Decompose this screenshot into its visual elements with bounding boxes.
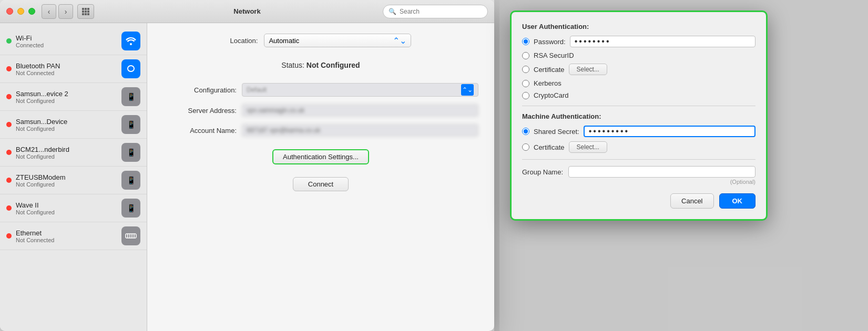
certificate-label: Certificate — [534, 66, 565, 74]
sidebar-item-bcm[interactable]: BCM21...nderbird Not Configured 📱 — [0, 139, 147, 167]
account-name-row: Account Name: — [163, 124, 478, 137]
password-radio-row: Password: — [522, 36, 755, 47]
auth-settings-button[interactable]: Authentication Settings... — [272, 149, 369, 164]
status-dot-wave — [6, 205, 12, 211]
location-row: Location: Automatic ⌃⌄ — [163, 34, 478, 47]
bluetooth-name: Bluetooth PAN — [16, 62, 121, 70]
certificate-select-button[interactable]: Select... — [569, 64, 607, 75]
title-bar: ‹ › Network 🔍 — [0, 0, 494, 23]
wifi-icon — [121, 32, 140, 50]
rsa-radio[interactable] — [522, 52, 529, 59]
svg-rect-4 — [85, 11, 87, 13]
machine-certificate-radio[interactable] — [522, 143, 529, 151]
traffic-lights — [6, 8, 35, 15]
wave-info: Wave II Not Configured — [16, 201, 121, 215]
status-dot-bcm — [6, 150, 12, 155]
svg-rect-7 — [85, 13, 87, 15]
shared-secret-label: Shared Secret: — [534, 128, 579, 136]
machine-certificate-select-button[interactable]: Select... — [569, 141, 607, 153]
rsa-radio-row: RSA SecurID — [522, 51, 755, 59]
server-address-input[interactable] — [242, 104, 478, 117]
divider2 — [522, 159, 755, 160]
content-area: Wi-Fi Connected Bluetooth PAN Not Connec… — [0, 23, 494, 331]
dialog-overlay: User Authentication: Password: RSA Secur… — [499, 0, 867, 331]
nav-buttons: ‹ › — [42, 4, 73, 19]
configuration-label: Configuration: — [163, 86, 237, 94]
certificate-radio[interactable] — [522, 66, 529, 73]
status-label: Status: — [281, 61, 304, 69]
ethernet-info: Ethernet Not Connected — [16, 229, 121, 243]
network-window: ‹ › Network 🔍 — [0, 0, 494, 331]
ok-button[interactable]: OK — [719, 193, 756, 209]
window-title: Network — [233, 7, 260, 15]
server-address-label: Server Address: — [163, 107, 237, 115]
account-name-input[interactable] — [242, 124, 478, 137]
sidebar-item-samsung1[interactable]: Samsun...evice 2 Not Configured 📱 — [0, 83, 147, 111]
zte-icon: 📱 — [121, 171, 140, 190]
kerberos-label: Kerberos — [534, 79, 561, 87]
back-button[interactable]: ‹ — [42, 4, 56, 19]
status-dot-ethernet — [6, 233, 12, 239]
samsung2-info: Samsun...Device Not Configured — [16, 118, 121, 132]
samsung2-icon: 📱 — [121, 115, 140, 134]
status-row: Status: Not Configured — [163, 61, 478, 69]
maximize-button[interactable] — [28, 8, 35, 15]
zte-info: ZTEUSBModem Not Configured — [16, 173, 121, 188]
zte-name: ZTEUSBModem — [16, 173, 121, 181]
search-box[interactable]: 🔍 — [383, 5, 488, 18]
sidebar-item-wifi[interactable]: Wi-Fi Connected — [0, 27, 147, 55]
svg-rect-8 — [87, 13, 89, 15]
rsa-label: RSA SecurID — [534, 51, 574, 59]
minimize-button[interactable] — [17, 8, 24, 15]
button-row: Authentication Settings... — [163, 149, 478, 164]
configuration-input[interactable]: Default ⌃⌄ — [242, 83, 478, 97]
main-panel: Location: Automatic ⌃⌄ Status: Not Confi… — [147, 23, 494, 331]
connect-row: Connect — [163, 177, 478, 191]
forward-button[interactable]: › — [58, 4, 73, 19]
kerberos-radio[interactable] — [522, 80, 529, 87]
password-input[interactable] — [570, 36, 755, 47]
bluetooth-info: Bluetooth PAN Not Connected — [16, 62, 121, 76]
dialog-buttons: Cancel OK — [522, 193, 755, 209]
cryptocard-radio[interactable] — [522, 92, 529, 99]
svg-rect-2 — [87, 8, 89, 10]
cancel-button[interactable]: Cancel — [670, 193, 713, 209]
sidebar-item-samsung2[interactable]: Samsun...Device Not Configured 📱 — [0, 111, 147, 139]
form-section: Configuration: Default ⌃⌄ Server Address… — [163, 83, 478, 137]
sidebar-item-zte[interactable]: ZTEUSBModem Not Configured 📱 — [0, 167, 147, 194]
machine-cert-label: Certificate — [534, 143, 565, 151]
user-auth-title: User Authentication: — [522, 23, 755, 30]
ethernet-icon — [121, 226, 140, 245]
optional-text: (Optional) — [522, 179, 755, 185]
sidebar-item-bluetooth[interactable]: Bluetooth PAN Not Connected ⵔ — [0, 55, 147, 83]
sidebar-item-ethernet[interactable]: Ethernet Not Connected — [0, 222, 147, 250]
wifi-name: Wi-Fi — [16, 34, 121, 42]
grid-button[interactable] — [77, 4, 94, 19]
bcm-name: BCM21...nderbird — [16, 146, 121, 153]
cryptocard-radio-row: CryptoCard — [522, 91, 755, 99]
wifi-status: Connected — [16, 42, 121, 48]
location-label: Location: — [230, 37, 258, 45]
search-input[interactable] — [400, 8, 482, 15]
status-dot-samsung1 — [6, 94, 12, 99]
group-name-input[interactable] — [568, 166, 755, 178]
shared-secret-radio[interactable] — [522, 128, 529, 135]
certificate-radio-row: Certificate Select... — [522, 64, 755, 75]
bluetooth-icon: ⵔ — [121, 59, 140, 78]
account-name-label: Account Name: — [163, 127, 237, 135]
connect-button[interactable]: Connect — [293, 177, 349, 191]
sidebar-item-wave[interactable]: Wave II Not Configured 📱 — [0, 194, 147, 222]
location-arrow-icon: ⌃⌄ — [393, 36, 406, 46]
wave-status: Not Configured — [16, 209, 121, 215]
shared-secret-input[interactable] — [584, 126, 755, 137]
bluetooth-status: Not Connected — [16, 70, 121, 76]
bcm-icon: 📱 — [121, 143, 140, 162]
config-arrow-icon[interactable]: ⌃⌄ — [461, 84, 474, 96]
auth-dialog: User Authentication: Password: RSA Secur… — [510, 11, 768, 221]
location-select[interactable]: Automatic ⌃⌄ — [264, 34, 411, 47]
wave-name: Wave II — [16, 201, 121, 209]
wave-icon: 📱 — [121, 199, 140, 218]
status-dot-bluetooth — [6, 66, 12, 71]
close-button[interactable] — [6, 8, 13, 15]
password-radio[interactable] — [522, 38, 529, 45]
